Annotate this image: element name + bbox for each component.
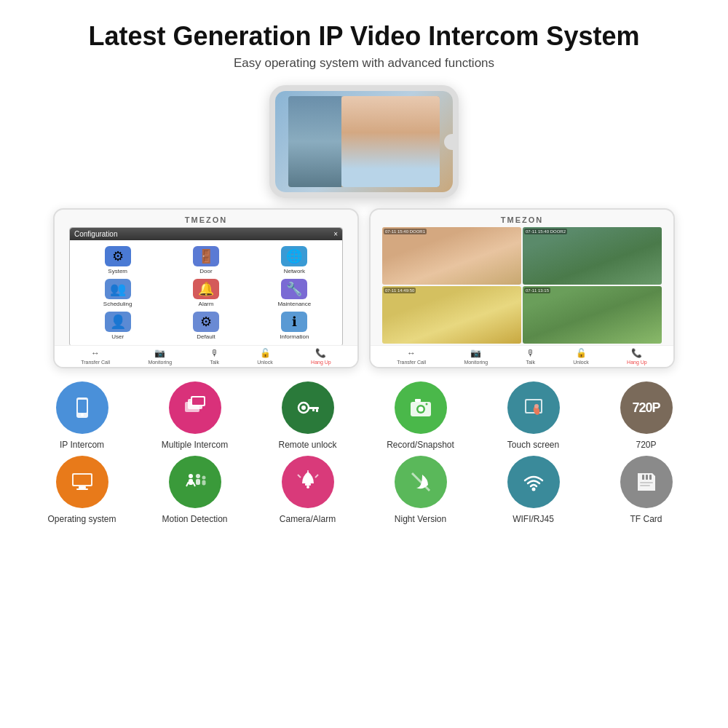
transfer-call-btn-left[interactable]: ↔ Transfer Call bbox=[81, 348, 110, 365]
right-tablet-brand: TMEZON bbox=[378, 215, 666, 224]
transfer-call-icon-r: ↔ bbox=[407, 348, 416, 358]
feature-wifi-rj45: WIFI/RJ45 bbox=[477, 456, 590, 524]
unlock-btn-right[interactable]: 🔓 Unlock bbox=[573, 348, 588, 365]
talk-btn-left[interactable]: 🎙 Talk bbox=[210, 348, 218, 365]
operating-system-icon bbox=[56, 456, 108, 508]
default-icon-box: ⚙ bbox=[193, 312, 219, 332]
config-item-default[interactable]: ⚙ Default bbox=[164, 312, 248, 340]
svg-rect-26 bbox=[189, 479, 193, 485]
wifi-rj45-icon bbox=[507, 456, 560, 508]
left-tablet-bottom-bar: ↔ Transfer Call 📷 Monitoring 🎙 Talk 🔓 Un… bbox=[55, 345, 357, 367]
config-grid: ⚙ System 🚪 Door 🌐 Netwo bbox=[70, 240, 342, 346]
config-item-alarm[interactable]: 🔔 Alarm bbox=[164, 279, 248, 307]
timestamp-1: 07-11 15:40 DOOR1 bbox=[384, 229, 427, 234]
config-item-network[interactable]: 🌐 Network bbox=[253, 246, 336, 274]
svg-rect-33 bbox=[305, 483, 311, 486]
svg-point-25 bbox=[189, 474, 193, 478]
config-item-information[interactable]: ℹ Information bbox=[253, 312, 336, 340]
maintenance-icon-box: 🔧 bbox=[281, 279, 307, 299]
720p-text: 720P bbox=[632, 400, 660, 416]
svg-line-28 bbox=[193, 482, 195, 486]
config-dialog: Configuration × ⚙ System 🚪 Door bbox=[69, 227, 343, 347]
talk-icon: 🎙 bbox=[210, 348, 219, 358]
tf-card-label: TF Card bbox=[630, 514, 662, 524]
feature-record-snapshot: Record/Snapshot bbox=[364, 381, 477, 450]
svg-rect-1 bbox=[78, 400, 87, 413]
monitoring-btn-left[interactable]: 📷 Monitoring bbox=[148, 348, 172, 365]
config-item-scheduling[interactable]: 👥 Scheduling bbox=[76, 279, 159, 307]
svg-point-15 bbox=[418, 407, 423, 412]
svg-rect-42 bbox=[649, 475, 652, 480]
svg-rect-10 bbox=[316, 409, 318, 412]
scheduling-icon-box: 👥 bbox=[105, 279, 131, 299]
operating-system-label: Operating system bbox=[47, 514, 116, 524]
video-cell-1: 07-11 15:40 DOOR1 bbox=[382, 227, 521, 285]
svg-point-34 bbox=[306, 486, 309, 488]
alarm-icon-box: 🔔 bbox=[193, 279, 219, 299]
alarm-svg bbox=[295, 469, 321, 495]
hangup-icon-r: 📞 bbox=[631, 348, 642, 358]
user-label: User bbox=[111, 333, 124, 340]
sd-card-svg bbox=[633, 469, 660, 495]
feature-ip-intercom: IP Intercom bbox=[25, 381, 138, 450]
phone-area bbox=[0, 85, 728, 198]
feature-720p: 720P 720P bbox=[590, 381, 703, 450]
svg-rect-11 bbox=[312, 409, 314, 411]
feature-night-version: Night Version bbox=[364, 456, 477, 524]
network-icon: 🌐 bbox=[286, 248, 302, 264]
feature-motion-detection: Motion Detection bbox=[138, 456, 251, 524]
information-label: Information bbox=[280, 333, 309, 340]
record-snapshot-label: Record/Snapshot bbox=[387, 440, 454, 450]
features-row-1: IP Intercom Multiple Intercom bbox=[22, 381, 706, 450]
svg-rect-30 bbox=[196, 479, 200, 485]
hangup-label-r: Hang Up bbox=[627, 360, 647, 365]
ip-intercom-label: IP Intercom bbox=[60, 440, 104, 450]
multiple-intercom-icon bbox=[169, 381, 221, 434]
user-icon: 👤 bbox=[110, 314, 126, 330]
camera-alarm-label: Camera/Alarm bbox=[280, 514, 336, 524]
svg-rect-41 bbox=[646, 475, 648, 480]
transfer-call-btn-right[interactable]: ↔ Transfer Call bbox=[397, 348, 426, 365]
multiple-screen-svg bbox=[182, 395, 208, 421]
feature-multiple-intercom: Multiple Intercom bbox=[138, 381, 251, 450]
svg-rect-43 bbox=[640, 482, 653, 483]
monitoring-btn-right[interactable]: 📷 Monitoring bbox=[464, 348, 488, 365]
feature-operating-system: Operating system bbox=[25, 456, 138, 524]
default-label: Default bbox=[197, 333, 215, 340]
config-item-maintenance[interactable]: 🔧 Maintenance bbox=[253, 279, 336, 307]
svg-line-35 bbox=[298, 475, 301, 478]
left-tablet-inner: TMEZON Configuration × ⚙ System bbox=[55, 210, 357, 347]
svg-rect-9 bbox=[309, 407, 319, 409]
unlock-icon: 🔓 bbox=[260, 348, 271, 358]
scheduling-icon: 👥 bbox=[110, 281, 126, 297]
hangup-btn-right[interactable]: 📞 Hang Up bbox=[627, 348, 647, 365]
system-label: System bbox=[108, 268, 127, 274]
unlock-btn-left[interactable]: 🔓 Unlock bbox=[257, 348, 272, 365]
hangup-btn-left[interactable]: 📞 Hang Up bbox=[311, 348, 331, 365]
tf-card-icon bbox=[620, 456, 673, 508]
information-icon: ℹ bbox=[292, 314, 297, 330]
unlock-label: Unlock bbox=[257, 360, 272, 365]
config-item-door[interactable]: 🚪 Door bbox=[164, 246, 248, 274]
right-tablet-bottom-bar: ↔ Transfer Call 📷 Monitoring 🎙 Talk 🔓 Un… bbox=[371, 345, 673, 367]
night-version-icon bbox=[395, 456, 447, 508]
talk-btn-right[interactable]: 🎙 Talk bbox=[526, 348, 534, 365]
door-icon: 🚪 bbox=[198, 248, 214, 264]
default-icon: ⚙ bbox=[200, 314, 212, 330]
phone-mobile-svg bbox=[69, 395, 95, 421]
config-close-btn[interactable]: × bbox=[333, 230, 338, 238]
people-svg bbox=[182, 469, 208, 495]
svg-point-2 bbox=[81, 414, 84, 416]
hangup-icon: 📞 bbox=[315, 348, 326, 358]
monitoring-icon-r: 📷 bbox=[470, 348, 481, 358]
config-item-user[interactable]: 👤 User bbox=[76, 312, 159, 340]
hangup-label: Hang Up bbox=[311, 360, 331, 365]
config-item-system[interactable]: ⚙ System bbox=[76, 246, 159, 274]
unlock-icon-r: 🔓 bbox=[576, 348, 587, 358]
unlock-label-r: Unlock bbox=[573, 360, 588, 365]
network-icon-box: 🌐 bbox=[281, 246, 307, 266]
features-section: IP Intercom Multiple Intercom bbox=[0, 381, 728, 524]
feature-camera-alarm: Camera/Alarm bbox=[251, 456, 364, 524]
monitoring-label-r: Monitoring bbox=[464, 360, 488, 365]
main-title: Latest Generation IP Video Intercom Syst… bbox=[15, 20, 713, 52]
